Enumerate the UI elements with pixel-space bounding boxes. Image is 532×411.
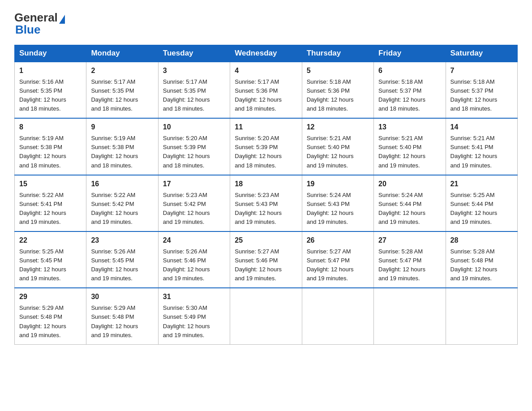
day-number: 23 [91, 235, 153, 246]
calendar-cell: 13Sunrise: 5:21 AMSunset: 5:40 PMDayligh… [374, 118, 446, 175]
day-info: Sunrise: 5:27 AMSunset: 5:46 PMDaylight:… [235, 248, 282, 282]
day-info: Sunrise: 5:24 AMSunset: 5:43 PMDaylight:… [307, 192, 354, 225]
day-number: 11 [235, 122, 297, 133]
day-info: Sunrise: 5:21 AMSunset: 5:41 PMDaylight:… [450, 135, 498, 168]
day-info: Sunrise: 5:20 AMSunset: 5:39 PMDaylight:… [163, 135, 210, 168]
day-info: Sunrise: 5:23 AMSunset: 5:42 PMDaylight:… [163, 192, 210, 225]
weekday-header-tuesday: Tuesday [158, 45, 230, 62]
day-info: Sunrise: 5:21 AMSunset: 5:40 PMDaylight:… [307, 135, 354, 168]
day-number: 2 [91, 65, 153, 77]
day-info: Sunrise: 5:30 AMSunset: 5:49 PMDaylight:… [163, 304, 210, 338]
day-info: Sunrise: 5:19 AMSunset: 5:38 PMDaylight:… [19, 135, 66, 168]
logo-arrow-icon [59, 15, 65, 24]
day-number: 21 [450, 179, 513, 190]
calendar-cell: 11Sunrise: 5:20 AMSunset: 5:39 PMDayligh… [230, 118, 302, 175]
week-row-3: 15Sunrise: 5:22 AMSunset: 5:41 PMDayligh… [15, 175, 518, 231]
calendar-cell [446, 288, 517, 344]
calendar-cell: 30Sunrise: 5:29 AMSunset: 5:48 PMDayligh… [86, 288, 158, 344]
day-info: Sunrise: 5:18 AMSunset: 5:36 PMDaylight:… [307, 78, 354, 112]
day-number: 14 [450, 122, 513, 133]
calendar-cell: 12Sunrise: 5:21 AMSunset: 5:40 PMDayligh… [302, 118, 373, 175]
calendar-cell: 8Sunrise: 5:19 AMSunset: 5:38 PMDaylight… [15, 118, 86, 175]
calendar-cell: 19Sunrise: 5:24 AMSunset: 5:43 PMDayligh… [302, 175, 373, 231]
weekday-header-saturday: Saturday [446, 45, 517, 62]
day-info: Sunrise: 5:18 AMSunset: 5:37 PMDaylight:… [378, 78, 425, 112]
day-info: Sunrise: 5:24 AMSunset: 5:44 PMDaylight:… [378, 192, 425, 225]
day-number: 7 [450, 65, 513, 77]
calendar-cell: 6Sunrise: 5:18 AMSunset: 5:37 PMDaylight… [374, 62, 446, 118]
day-info: Sunrise: 5:26 AMSunset: 5:46 PMDaylight:… [163, 248, 210, 282]
day-number: 9 [91, 122, 153, 133]
day-info: Sunrise: 5:20 AMSunset: 5:39 PMDaylight:… [235, 135, 282, 168]
day-info: Sunrise: 5:16 AMSunset: 5:35 PMDaylight:… [19, 78, 66, 112]
calendar-cell: 25Sunrise: 5:27 AMSunset: 5:46 PMDayligh… [230, 231, 302, 288]
calendar-table: SundayMondayTuesdayWednesdayThursdayFrid… [14, 45, 518, 345]
calendar-cell: 4Sunrise: 5:17 AMSunset: 5:36 PMDaylight… [230, 62, 302, 118]
day-number: 6 [378, 65, 441, 77]
day-number: 12 [307, 122, 369, 133]
calendar-cell: 20Sunrise: 5:24 AMSunset: 5:44 PMDayligh… [374, 175, 446, 231]
day-number: 1 [19, 65, 82, 77]
calendar-cell: 1Sunrise: 5:16 AMSunset: 5:35 PMDaylight… [15, 62, 86, 118]
day-info: Sunrise: 5:17 AMSunset: 5:35 PMDaylight:… [163, 78, 210, 112]
day-number: 29 [19, 291, 82, 303]
weekday-header-friday: Friday [374, 45, 446, 62]
calendar-cell: 24Sunrise: 5:26 AMSunset: 5:46 PMDayligh… [158, 231, 230, 288]
day-number: 22 [19, 235, 82, 246]
calendar-cell: 5Sunrise: 5:18 AMSunset: 5:36 PMDaylight… [302, 62, 373, 118]
day-number: 19 [307, 179, 369, 190]
week-row-1: 1Sunrise: 5:16 AMSunset: 5:35 PMDaylight… [15, 62, 518, 118]
day-info: Sunrise: 5:18 AMSunset: 5:37 PMDaylight:… [450, 78, 498, 112]
calendar-cell: 18Sunrise: 5:23 AMSunset: 5:43 PMDayligh… [230, 175, 302, 231]
day-info: Sunrise: 5:23 AMSunset: 5:43 PMDaylight:… [235, 192, 282, 225]
day-number: 3 [163, 65, 225, 77]
day-info: Sunrise: 5:29 AMSunset: 5:48 PMDaylight:… [19, 304, 66, 338]
calendar-cell [302, 288, 373, 344]
day-info: Sunrise: 5:22 AMSunset: 5:42 PMDaylight:… [91, 192, 138, 225]
day-number: 10 [163, 122, 225, 133]
weekday-header-thursday: Thursday [302, 45, 373, 62]
day-info: Sunrise: 5:28 AMSunset: 5:48 PMDaylight:… [450, 248, 498, 282]
calendar-cell: 16Sunrise: 5:22 AMSunset: 5:42 PMDayligh… [86, 175, 158, 231]
day-info: Sunrise: 5:22 AMSunset: 5:41 PMDaylight:… [19, 192, 66, 225]
calendar-cell: 7Sunrise: 5:18 AMSunset: 5:37 PMDaylight… [446, 62, 517, 118]
day-number: 18 [235, 179, 297, 190]
calendar-cell: 27Sunrise: 5:28 AMSunset: 5:47 PMDayligh… [374, 231, 446, 288]
day-number: 20 [378, 179, 441, 190]
calendar-cell: 2Sunrise: 5:17 AMSunset: 5:35 PMDaylight… [86, 62, 158, 118]
day-number: 25 [235, 235, 297, 246]
weekday-header-wednesday: Wednesday [230, 45, 302, 62]
calendar-cell: 29Sunrise: 5:29 AMSunset: 5:48 PMDayligh… [15, 288, 86, 344]
logo-blue-text: Blue [15, 23, 40, 37]
day-number: 8 [19, 122, 82, 133]
day-number: 28 [450, 235, 513, 246]
calendar-cell [230, 288, 302, 344]
day-info: Sunrise: 5:17 AMSunset: 5:35 PMDaylight:… [91, 78, 138, 112]
day-number: 5 [307, 65, 369, 77]
logo: General Blue [14, 11, 65, 37]
day-number: 26 [307, 235, 369, 246]
calendar-cell: 21Sunrise: 5:25 AMSunset: 5:44 PMDayligh… [446, 175, 517, 231]
day-info: Sunrise: 5:28 AMSunset: 5:47 PMDaylight:… [378, 248, 425, 282]
calendar-cell: 28Sunrise: 5:28 AMSunset: 5:48 PMDayligh… [446, 231, 517, 288]
day-number: 27 [378, 235, 441, 246]
calendar-cell: 23Sunrise: 5:26 AMSunset: 5:45 PMDayligh… [86, 231, 158, 288]
week-row-5: 29Sunrise: 5:29 AMSunset: 5:48 PMDayligh… [15, 288, 518, 344]
day-number: 24 [163, 235, 225, 246]
calendar-cell: 9Sunrise: 5:19 AMSunset: 5:38 PMDaylight… [86, 118, 158, 175]
calendar-cell: 15Sunrise: 5:22 AMSunset: 5:41 PMDayligh… [15, 175, 86, 231]
calendar-cell: 10Sunrise: 5:20 AMSunset: 5:39 PMDayligh… [158, 118, 230, 175]
day-number: 30 [91, 291, 153, 303]
day-number: 4 [235, 65, 297, 77]
day-info: Sunrise: 5:21 AMSunset: 5:40 PMDaylight:… [378, 135, 425, 168]
day-info: Sunrise: 5:19 AMSunset: 5:38 PMDaylight:… [91, 135, 138, 168]
calendar-cell [374, 288, 446, 344]
day-number: 17 [163, 179, 225, 190]
calendar-cell: 22Sunrise: 5:25 AMSunset: 5:45 PMDayligh… [15, 231, 86, 288]
day-info: Sunrise: 5:25 AMSunset: 5:45 PMDaylight:… [19, 248, 66, 282]
weekday-header-monday: Monday [86, 45, 158, 62]
day-info: Sunrise: 5:17 AMSunset: 5:36 PMDaylight:… [235, 78, 282, 112]
day-info: Sunrise: 5:25 AMSunset: 5:44 PMDaylight:… [450, 192, 498, 225]
calendar-cell: 14Sunrise: 5:21 AMSunset: 5:41 PMDayligh… [446, 118, 517, 175]
day-info: Sunrise: 5:26 AMSunset: 5:45 PMDaylight:… [91, 248, 138, 282]
